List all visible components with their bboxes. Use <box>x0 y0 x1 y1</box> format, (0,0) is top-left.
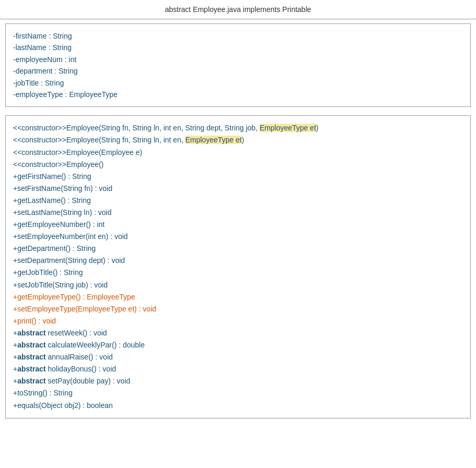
methods-section: <<constructor>>Employee(String fn, Strin… <box>5 115 471 418</box>
field-item: -employeeType : EmployeeType <box>13 89 463 100</box>
fields-list: -firstName : String-lastName : String-em… <box>13 30 463 100</box>
method-item: +setEmployeeNumber(int en) : void <box>13 231 463 243</box>
method-item: <<constructor>>Employee(String fn, Strin… <box>13 134 463 146</box>
method-item: +getEmployeeNumber() : int <box>13 219 463 231</box>
method-item: +print() : void <box>13 315 463 327</box>
method-item: +getLastName() : String <box>13 195 463 207</box>
method-item: +getJobTitle() : String <box>13 267 463 279</box>
method-item: +setDepartment(String dept) : void <box>13 255 463 267</box>
method-item: +toString() : String <box>13 387 463 399</box>
field-item: -department : String <box>13 65 463 77</box>
method-item: +abstract calculateWeeklyPar() : double <box>13 339 463 351</box>
method-item: +setFirstName(String fn) : void <box>13 183 463 195</box>
method-item: <<constructor>>Employee(String fn, Strin… <box>13 122 463 134</box>
field-item: -lastName : String <box>13 42 463 53</box>
method-item: +setEmployeeType(EmployeeType et) : void <box>13 303 463 315</box>
method-item: +getDepartment() : String <box>13 243 463 255</box>
method-item: +abstract setPay(double pay) : void <box>13 375 463 387</box>
method-item: <<constructor>>Employee() <box>13 159 463 171</box>
method-item: +abstract holidayBonus() : void <box>13 363 463 375</box>
method-item: +equals(Object obj2) : boolean <box>13 400 463 412</box>
method-item: +setJobTitle(String job) : void <box>13 279 463 291</box>
page-title: abstract Employee.java implements Printa… <box>165 5 311 14</box>
title-bar: abstract Employee.java implements Printa… <box>0 0 476 19</box>
field-item: -firstName : String <box>13 30 463 42</box>
fields-section: -firstName : String-lastName : String-em… <box>5 23 471 107</box>
method-item: <<constructor>>Employee(Employee e) <box>13 147 463 159</box>
method-item: +getFirstName() : String <box>13 171 463 183</box>
method-item: +setLastName(String ln) : void <box>13 207 463 219</box>
field-item: -jobTitle : String <box>13 77 463 89</box>
field-item: -employeeNum : int <box>13 54 463 65</box>
method-item: +abstract resetWeek() : void <box>13 327 463 339</box>
methods-list: <<constructor>>Employee(String fn, Strin… <box>13 122 463 411</box>
page-container: abstract Employee.java implements Printa… <box>0 0 476 468</box>
method-item: +abstract annualRaise() : void <box>13 351 463 363</box>
method-item: +getEmployeeType() : EmployeeType <box>13 291 463 303</box>
